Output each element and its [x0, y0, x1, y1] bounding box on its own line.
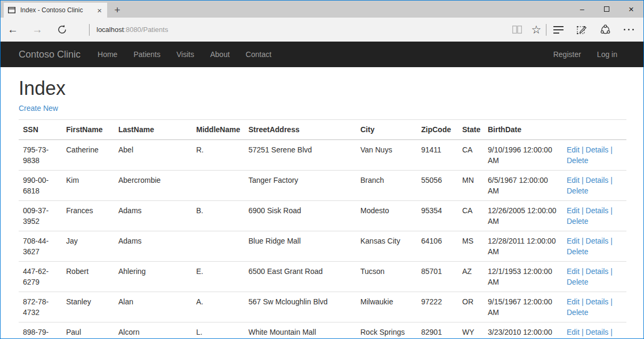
- edit-link[interactable]: Edit: [567, 176, 579, 184]
- table-row: 009-37-3952FrancesAdamsB.6900 Sisk RoadM…: [19, 200, 626, 231]
- address-divider: [89, 24, 90, 36]
- table-row: 872-78-4732StanleyAlanA.567 Sw Mcloughli…: [19, 292, 626, 322]
- cell-street: 6500 East Grant Road: [244, 261, 356, 292]
- nav-item-patients[interactable]: Patients: [125, 42, 168, 67]
- close-button[interactable]: ×: [619, 1, 643, 18]
- more-button[interactable]: [617, 18, 640, 42]
- table-body: 795-73-9838CatherineAbelR.57251 Serene B…: [19, 140, 626, 338]
- cell-first: Jay: [62, 231, 114, 261]
- brand-link[interactable]: Contoso Clinic: [19, 49, 80, 60]
- details-link[interactable]: Details: [586, 267, 609, 276]
- tab-close-icon[interactable]: ×: [96, 6, 103, 14]
- cell-street: 6900 Sisk Road: [244, 200, 356, 231]
- url-path: :8080/Patients: [124, 26, 168, 34]
- nav-item-contact[interactable]: Contact: [238, 42, 279, 67]
- login-link[interactable]: Log in: [589, 42, 625, 67]
- action-separator: |: [608, 206, 613, 215]
- more-icon: [622, 29, 635, 30]
- action-separator: |: [608, 237, 613, 245]
- details-link[interactable]: Details: [586, 146, 609, 154]
- cell-middle: [192, 231, 244, 261]
- delete-link[interactable]: Delete: [567, 217, 588, 225]
- cell-last: Abercrombie: [114, 170, 192, 200]
- nav-item-visits[interactable]: Visits: [168, 42, 202, 67]
- table-head-row: SSNFirstNameLastNameMiddleNameStreetAddr…: [19, 119, 626, 140]
- cell-zip: 91411: [417, 140, 458, 171]
- action-separator: |: [608, 328, 613, 336]
- favorites-button[interactable]: ☆: [527, 18, 546, 42]
- forward-button: →: [25, 18, 50, 42]
- maximize-button[interactable]: [594, 1, 619, 18]
- url-field[interactable]: localhost:8080/Patients: [96, 26, 168, 34]
- delete-link[interactable]: Delete: [567, 247, 588, 256]
- web-note-button[interactable]: [570, 18, 593, 42]
- cell-city: Modesto: [356, 200, 417, 231]
- tab-title: Index - Contoso Clinic: [20, 6, 96, 14]
- column-header: BirthDate: [484, 119, 562, 140]
- nav-item-home[interactable]: Home: [90, 42, 125, 67]
- nav-links: Home Patients Visits About Contact: [90, 42, 279, 67]
- cell-middle: L.: [192, 322, 244, 338]
- details-link[interactable]: Details: [586, 176, 609, 184]
- action-separator: |: [579, 237, 585, 245]
- back-button[interactable]: ←: [1, 18, 25, 42]
- hub-button[interactable]: [546, 18, 570, 42]
- details-link[interactable]: Details: [586, 237, 609, 245]
- nav-account-links: Register Log in: [545, 42, 625, 67]
- cell-ssn: 009-37-3952: [19, 200, 62, 231]
- nav-item-about[interactable]: About: [202, 42, 238, 67]
- cell-state: CA: [458, 200, 484, 231]
- cell-street: 567 Sw Mcloughlin Blvd: [244, 292, 356, 322]
- details-link[interactable]: Details: [586, 297, 609, 306]
- details-link[interactable]: Details: [586, 328, 609, 336]
- new-tab-button[interactable]: +: [107, 3, 127, 18]
- cell-state: OR: [458, 292, 484, 322]
- action-separator: |: [608, 146, 613, 154]
- minimize-icon: –: [580, 5, 584, 13]
- cell-first: Frances: [62, 200, 114, 231]
- edit-link[interactable]: Edit: [567, 237, 579, 245]
- delete-link[interactable]: Delete: [567, 308, 588, 317]
- column-header: StreetAddress: [244, 119, 356, 140]
- cell-birth: 6/5/1967 12:00:00 AM: [484, 170, 562, 200]
- edit-link[interactable]: Edit: [567, 328, 579, 336]
- edit-link[interactable]: Edit: [567, 206, 579, 215]
- edit-link[interactable]: Edit: [567, 297, 579, 306]
- column-header: MiddleName: [192, 119, 244, 140]
- table-row: 898-79-3731PaulAlcornL.White Mountain Ma…: [19, 322, 626, 338]
- cell-actions: Edit | Details | Delete: [562, 261, 626, 292]
- delete-link[interactable]: Delete: [567, 187, 588, 195]
- column-header: SSN: [19, 119, 62, 140]
- minimize-button[interactable]: –: [570, 1, 594, 18]
- cell-city: Tucson: [356, 261, 417, 292]
- cell-middle: R.: [192, 140, 244, 171]
- table-row: 447-62-6279RobertAhleringE.6500 East Gra…: [19, 261, 626, 292]
- url-host: localhost: [96, 26, 124, 34]
- edit-link[interactable]: Edit: [567, 267, 579, 276]
- delete-link[interactable]: Delete: [567, 278, 588, 286]
- cell-first: Kim: [62, 170, 114, 200]
- register-link[interactable]: Register: [545, 42, 589, 67]
- hub-icon: [553, 26, 564, 34]
- cell-street: White Mountain Mall: [244, 322, 356, 338]
- action-separator: |: [608, 267, 613, 276]
- edit-link[interactable]: Edit: [567, 146, 579, 154]
- cell-birth: 12/28/2011 12:00:00 AM: [484, 231, 562, 261]
- cell-state: WY: [458, 322, 484, 338]
- browser-tab[interactable]: Index - Contoso Clinic ×: [4, 3, 107, 18]
- close-icon: ×: [629, 5, 634, 14]
- refresh-button[interactable]: [50, 18, 74, 42]
- cell-ssn: 990-00-6818: [19, 170, 62, 200]
- cell-last: Adams: [114, 231, 192, 261]
- share-button[interactable]: [593, 18, 617, 42]
- column-header: State: [458, 119, 484, 140]
- cell-city: Van Nuys: [356, 140, 417, 171]
- cell-city: Rock Springs: [356, 322, 417, 338]
- cell-state: MN: [458, 170, 484, 200]
- create-new-link[interactable]: Create New: [19, 104, 58, 112]
- action-separator: |: [579, 328, 585, 336]
- action-separator: |: [608, 176, 613, 184]
- cell-zip: 95354: [417, 200, 458, 231]
- delete-link[interactable]: Delete: [567, 156, 588, 165]
- details-link[interactable]: Details: [586, 206, 609, 215]
